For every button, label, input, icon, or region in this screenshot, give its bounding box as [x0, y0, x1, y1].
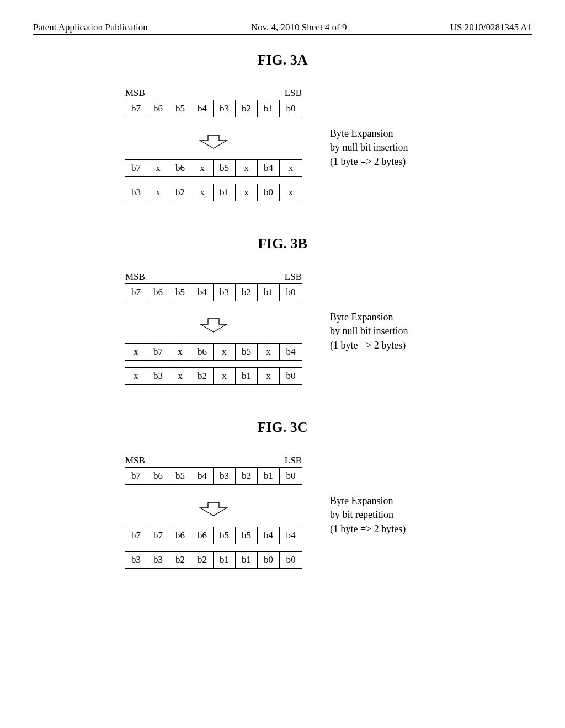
desc-line: Byte Expansion	[330, 494, 440, 508]
output-byte-row: b3 x b2 x b1 x b0 x	[125, 184, 302, 201]
source-byte-row: b7 b6 b5 b4 b3 b2 b1 b0	[125, 283, 302, 301]
header-right: US 2010/0281345 A1	[450, 22, 532, 33]
bit-cell: b6	[191, 527, 214, 544]
bit-cell: x	[258, 344, 280, 360]
desc-line: (1 byte => 2 bytes)	[330, 155, 440, 169]
bit-cell: b1	[258, 468, 280, 484]
desc-line: Byte Expansion	[330, 311, 440, 324]
bit-cell: b1	[258, 100, 280, 117]
bit-cell: b3	[147, 552, 169, 568]
figure-description: Byte Expansion by null bit insertion (1 …	[330, 127, 440, 169]
bit-cell: x	[214, 344, 236, 360]
msb-label: MSB	[125, 455, 145, 466]
bit-cell: b7	[125, 468, 147, 484]
bit-cell: b6	[191, 344, 214, 360]
bit-cell: b3	[125, 184, 147, 201]
bit-cell: b7	[147, 527, 169, 544]
bit-cell: b3	[214, 284, 236, 301]
bit-cell: b1	[214, 184, 236, 201]
header-left: Patent Application Publication	[33, 22, 148, 33]
lsb-label: LSB	[285, 271, 302, 282]
bit-cell: x	[169, 368, 191, 384]
bit-cell: x	[280, 160, 302, 176]
bit-cell: x	[214, 368, 236, 384]
bit-cell: b5	[169, 100, 191, 117]
bit-cell: b1	[236, 552, 258, 568]
bit-cell: b5	[236, 344, 258, 360]
bit-cell: b0	[280, 284, 302, 301]
lsb-label: LSB	[285, 88, 302, 99]
output-byte-row: x b3 x b2 x b1 x b0	[125, 367, 302, 385]
bit-cell: b4	[280, 527, 302, 544]
bit-cell: b5	[214, 527, 236, 544]
bit-cell: x	[191, 160, 214, 176]
output-byte-row: b7 b7 b6 b6 b5 b5 b4 b4	[125, 527, 302, 544]
bit-cell: b4	[191, 284, 214, 301]
bit-cell: b7	[125, 160, 147, 176]
bit-cell: x	[191, 184, 214, 201]
bit-cell: b5	[236, 527, 258, 544]
figure-3c: FIG. 3C MSB LSB b7 b6 b5 b4 b3 b2 b1 b0	[33, 419, 532, 575]
msb-label: MSB	[125, 88, 145, 99]
bit-cell: b5	[169, 468, 191, 484]
bit-cell: b2	[169, 184, 191, 201]
down-arrow-icon	[197, 501, 230, 517]
bit-cell: b3	[125, 552, 147, 568]
bit-cell: x	[125, 368, 147, 384]
bit-cell: b4	[258, 527, 280, 544]
bit-cell: b0	[258, 552, 280, 568]
bit-cell: b2	[236, 468, 258, 484]
lsb-label: LSB	[285, 455, 302, 466]
figure-3b: FIG. 3B MSB LSB b7 b6 b5 b4 b3 b2 b1 b0	[33, 235, 532, 392]
desc-line: by null bit insertion	[330, 324, 440, 338]
diagram-3c: MSB LSB b7 b6 b5 b4 b3 b2 b1 b0	[125, 455, 302, 575]
bit-cell: x	[147, 160, 169, 176]
desc-line: by null bit insertion	[330, 141, 440, 154]
bit-cell: b0	[280, 468, 302, 484]
bit-cell: b0	[280, 552, 302, 568]
bit-cell: x	[147, 184, 169, 201]
bit-cell: b0	[280, 100, 302, 117]
bit-cell: b4	[258, 160, 280, 176]
bit-cell: b1	[258, 284, 280, 301]
figure-description: Byte Expansion by bit repetition (1 byte…	[330, 494, 440, 536]
figure-title: FIG. 3C	[33, 419, 532, 436]
msb-label: MSB	[125, 271, 145, 282]
diagram-3b: MSB LSB b7 b6 b5 b4 b3 b2 b1 b0	[125, 271, 302, 392]
output-byte-row: b7 x b6 x b5 x b4 x	[125, 159, 302, 177]
bit-cell: b2	[236, 100, 258, 117]
bit-cell: b2	[191, 368, 214, 384]
desc-line: (1 byte => 2 bytes)	[330, 339, 440, 352]
bit-cell: b4	[191, 468, 214, 484]
bit-cell: b2	[191, 552, 214, 568]
figure-description: Byte Expansion by null bit insertion (1 …	[330, 311, 440, 352]
bit-cell: b6	[147, 284, 169, 301]
output-byte-row: b3 b3 b2 b2 b1 b1 b0 b0	[125, 551, 302, 569]
output-byte-row: x b7 x b6 x b5 x b4	[125, 343, 302, 361]
figure-title: FIG. 3B	[33, 235, 532, 252]
desc-line: (1 byte => 2 bytes)	[330, 522, 440, 536]
bit-cell: b3	[214, 468, 236, 484]
figure-title: FIG. 3A	[33, 52, 532, 68]
bit-cell: b4	[191, 100, 214, 117]
bit-cell: b2	[169, 552, 191, 568]
down-arrow-icon	[197, 134, 230, 149]
bit-cell: b7	[125, 100, 147, 117]
bit-cell: b4	[280, 344, 302, 360]
header-mid: Nov. 4, 2010 Sheet 4 of 9	[251, 22, 347, 33]
bit-cell: x	[280, 184, 302, 201]
bit-cell: x	[125, 344, 147, 360]
diagram-3a: MSB LSB b7 b6 b5 b4 b3 b2 b1 b0	[125, 88, 302, 208]
bit-cell: x	[236, 184, 258, 201]
bit-cell: b7	[147, 344, 169, 360]
bit-cell: b6	[147, 468, 169, 484]
down-arrow-icon	[197, 318, 230, 333]
desc-line: by bit repetition	[330, 508, 440, 522]
page-header: Patent Application Publication Nov. 4, 2…	[33, 22, 532, 35]
bit-cell: b0	[280, 368, 302, 384]
bit-cell: b0	[258, 184, 280, 201]
bit-cell: b1	[236, 368, 258, 384]
bit-cell: x	[169, 344, 191, 360]
bit-cell: x	[258, 368, 280, 384]
bit-cell: b5	[214, 160, 236, 176]
